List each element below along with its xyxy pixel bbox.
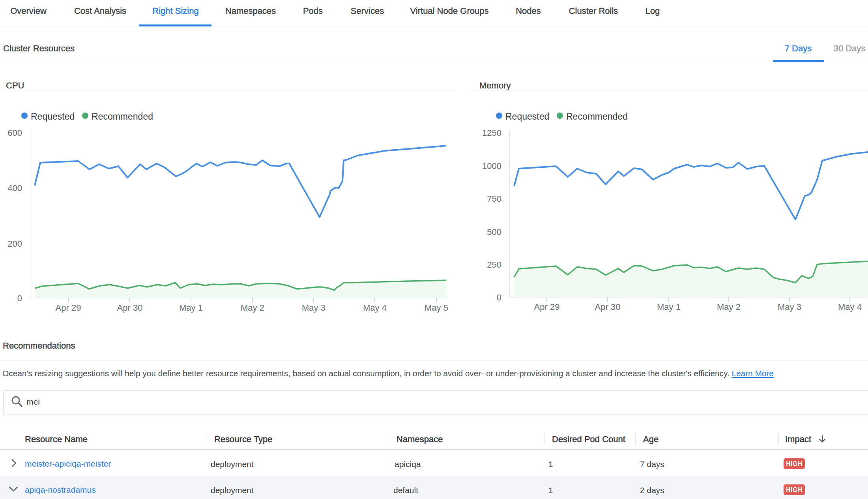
svg-text:May 3: May 3 xyxy=(302,303,326,313)
svg-text:Apr 30: Apr 30 xyxy=(117,303,143,313)
svg-text:Apr 29: Apr 29 xyxy=(56,303,81,313)
svg-text:May 5: May 5 xyxy=(425,303,448,313)
svg-text:May 1: May 1 xyxy=(179,303,203,313)
svg-text:750: 750 xyxy=(487,194,501,204)
svg-text:500: 500 xyxy=(487,227,501,237)
svg-text:0: 0 xyxy=(17,293,22,303)
svg-text:400: 400 xyxy=(7,183,22,193)
svg-text:600: 600 xyxy=(7,128,22,138)
svg-text:May 2: May 2 xyxy=(241,303,264,313)
svg-text:200: 200 xyxy=(7,239,22,249)
svg-text:Apr 30: Apr 30 xyxy=(595,302,621,312)
svg-text:May 3: May 3 xyxy=(778,302,801,312)
svg-text:May 1: May 1 xyxy=(657,302,681,312)
svg-text:May 2: May 2 xyxy=(717,302,741,312)
svg-text:250: 250 xyxy=(487,260,501,270)
svg-text:1000: 1000 xyxy=(482,161,501,171)
svg-text:0: 0 xyxy=(497,293,501,302)
svg-text:May 4: May 4 xyxy=(363,303,387,313)
svg-text:1250: 1250 xyxy=(482,128,501,138)
svg-text:Apr 29: Apr 29 xyxy=(534,302,560,312)
svg-text:May 4: May 4 xyxy=(838,302,862,312)
